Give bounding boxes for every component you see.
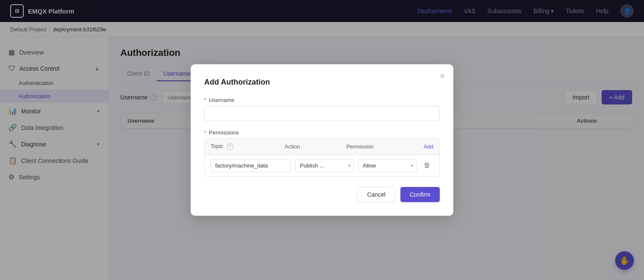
cancel-button[interactable]: Cancel xyxy=(357,187,395,202)
perm-col-permission-header: Permission xyxy=(346,143,408,150)
username-field-input[interactable] xyxy=(204,106,440,121)
username-field-label: * Username xyxy=(204,97,440,103)
action-select[interactable]: Publish ... Subscribe Publish and Subscr… xyxy=(295,159,354,172)
delete-permission-button[interactable]: 🗑 xyxy=(421,159,433,172)
topic-info-icon[interactable]: ? xyxy=(227,143,233,150)
username-required-star: * xyxy=(204,97,206,103)
add-authorization-modal: Add Authorization × * Username * Permiss… xyxy=(191,64,453,216)
perm-col-add-header: Add xyxy=(408,143,433,150)
modal-close-button[interactable]: × xyxy=(440,72,445,80)
modal-title: Add Authorization xyxy=(204,78,440,87)
permissions-required-star: * xyxy=(204,129,206,136)
perm-col-action-header: Action xyxy=(285,143,347,150)
username-field-group: * Username xyxy=(204,97,440,129)
add-permission-link[interactable]: Add xyxy=(424,143,433,150)
username-label-text: Username xyxy=(209,97,234,103)
action-select-wrapper: Publish ... Subscribe Publish and Subscr… xyxy=(295,159,354,172)
modal-actions: Cancel Confirm xyxy=(204,187,440,202)
permissions-table-header: Topic ? Action Permission Add xyxy=(205,139,439,155)
permissions-section: * Permissions Topic ? Action Permission … xyxy=(204,129,440,177)
permissions-label: * Permissions xyxy=(204,129,440,136)
confirm-button[interactable]: Confirm xyxy=(400,187,440,202)
permissions-table: Topic ? Action Permission Add Publish ..… xyxy=(204,138,440,177)
permissions-label-text: Permissions xyxy=(209,129,239,136)
topic-input[interactable] xyxy=(211,159,291,172)
modal-overlay: Add Authorization × * Username * Permiss… xyxy=(0,0,644,280)
perm-col-topic-header: Topic ? xyxy=(211,143,285,150)
permission-row: Publish ... Subscribe Publish and Subscr… xyxy=(205,155,439,176)
permission-select-wrapper: Allow Deny ▾ xyxy=(358,159,416,172)
permission-select[interactable]: Allow Deny xyxy=(358,159,416,172)
